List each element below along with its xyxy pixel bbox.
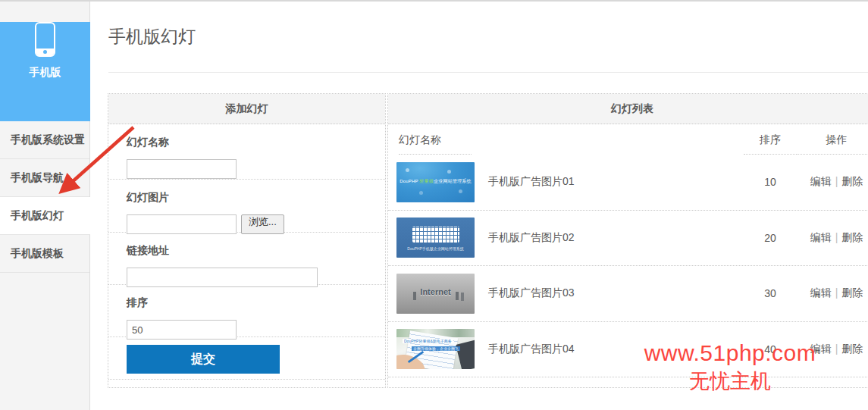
action-separator: |	[835, 286, 838, 299]
field-row-link-url: 链接地址	[108, 233, 385, 285]
keyboard-graphic	[412, 227, 459, 243]
slide-thumbnail-03: Internet	[396, 274, 475, 314]
edit-link[interactable]: 编辑	[810, 175, 832, 187]
column-header-name: 幻灯名称	[399, 124, 472, 155]
slide-name: 手机版广告图片03	[488, 286, 744, 300]
page-title: 手机版幻灯	[108, 25, 196, 49]
slide-sort-value: 40	[744, 343, 797, 355]
add-panel-title: 添加幻灯	[108, 94, 385, 124]
edit-link[interactable]: 编辑	[810, 343, 832, 355]
table-row: DouPHP 轻量级企业网站管理系统 手机版广告图片01 10 编辑|删除	[388, 155, 868, 211]
slide-image-input[interactable]	[127, 214, 237, 234]
add-slideshow-panel: 添加幻灯 幻灯名称 幻灯图片 浏览... 链接地址 排序 提交	[108, 93, 386, 388]
slide-sort-value: 30	[744, 287, 797, 299]
link-url-input[interactable]	[127, 268, 318, 287]
table-row: DouPHP轻量级&新电子商务 全面升级体验，企业全面飞 手机版广告图片04 4…	[388, 322, 868, 378]
slide-thumbnail-01: DouPHP 轻量级企业网站管理系统	[396, 162, 475, 202]
brand-label: 手机版	[0, 66, 90, 80]
sort-order-label: 排序	[127, 296, 368, 310]
delete-link[interactable]: 删除	[841, 343, 863, 355]
thumbnail-caption: Internet	[396, 287, 475, 296]
column-header-sort: 排序	[744, 124, 797, 155]
photo-tablet	[456, 340, 475, 369]
slide-sort-value: 10	[744, 176, 797, 188]
title-divider	[108, 72, 868, 73]
slide-image-label: 幻灯图片	[127, 191, 368, 205]
list-column-header: 幻灯名称 排序 操作	[388, 124, 868, 155]
slideshow-list-panel: 幻灯列表 幻灯名称 排序 操作 DouPHP 轻量级企业网站管理系统 手机版广告…	[387, 93, 868, 388]
slide-name-input[interactable]	[127, 159, 237, 179]
table-row: Internet 手机版广告图片03 30 编辑|删除	[388, 266, 868, 322]
table-row: DouPHP手机版企业网站管理系统 手机版广告图片02 20 编辑|删除	[388, 211, 868, 267]
smartphone-icon	[35, 22, 55, 57]
thumbnail-caption: 全面升级体验，企业全面飞	[412, 346, 460, 351]
edit-link[interactable]: 编辑	[810, 286, 832, 299]
action-separator: |	[835, 343, 838, 355]
field-row-slide-image: 幻灯图片 浏览...	[108, 180, 385, 233]
column-header-action: 操作	[797, 124, 868, 155]
slide-name: 手机版广告图片02	[488, 231, 744, 245]
slide-sort-value: 20	[744, 232, 797, 244]
field-row-sort-order: 排序	[108, 285, 385, 337]
row-actions: 编辑|删除	[797, 231, 868, 245]
row-actions: 编辑|删除	[797, 286, 868, 300]
sidebar: 手机版 手机版系统设置 手机版导航 手机版幻灯 手机版模板	[0, 2, 90, 410]
browse-button[interactable]: 浏览...	[241, 214, 284, 234]
action-separator: |	[835, 231, 838, 243]
thumbnail-caption: DouPHP轻量级&新电子商务	[403, 339, 453, 343]
row-actions: 编辑|删除	[797, 175, 868, 189]
sidebar-brand: 手机版	[0, 22, 90, 121]
row-actions: 编辑|删除	[797, 343, 868, 356]
edit-link[interactable]: 编辑	[810, 231, 832, 243]
field-row-slide-name: 幻灯名称	[108, 124, 385, 180]
thumbnail-caption: DouPHP手机版企业网站管理系统	[396, 246, 475, 251]
thumbnail-caption: DouPHP 轻量级企业网站管理系统	[396, 178, 475, 185]
list-panel-title: 幻灯列表	[388, 94, 868, 124]
slide-name-label: 幻灯名称	[127, 136, 368, 149]
delete-link[interactable]: 删除	[841, 231, 863, 243]
main-content: 手机版幻灯 添加幻灯 幻灯名称 幻灯图片 浏览... 链接地址 排序 提交 幻灯…	[91, 2, 868, 410]
link-url-label: 链接地址	[127, 244, 368, 258]
submit-row: 提交	[108, 337, 385, 380]
sidebar-item-mobile-slideshow[interactable]: 手机版幻灯	[0, 197, 90, 235]
submit-button[interactable]: 提交	[127, 345, 280, 374]
sidebar-item-mobile-navigation[interactable]: 手机版导航	[0, 159, 89, 197]
delete-link[interactable]: 删除	[841, 175, 863, 187]
sort-order-input[interactable]	[127, 320, 237, 340]
action-separator: |	[835, 175, 838, 187]
sidebar-item-mobile-template[interactable]: 手机版模板	[0, 235, 89, 273]
delete-link[interactable]: 删除	[841, 286, 863, 299]
slide-name: 手机版广告图片04	[488, 343, 744, 356]
sidebar-item-mobile-system-settings[interactable]: 手机版系统设置	[0, 121, 89, 159]
slide-name: 手机版广告图片01	[488, 175, 744, 189]
slide-thumbnail-04: DouPHP轻量级&新电子商务 全面升级体验，企业全面飞	[396, 329, 475, 369]
slide-thumbnail-02: DouPHP手机版企业网站管理系统	[396, 218, 475, 258]
